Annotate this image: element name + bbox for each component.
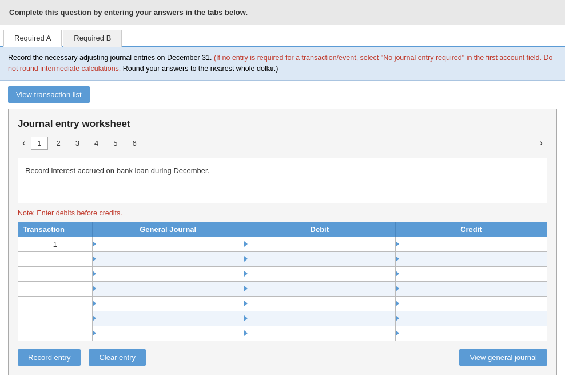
table-row bbox=[18, 251, 547, 266]
instruction-part4: Round your answers to the nearest whole … bbox=[123, 65, 278, 73]
journal-input-2[interactable] bbox=[93, 252, 244, 266]
journal-cell-1[interactable] bbox=[92, 237, 244, 251]
debit-cell-2[interactable] bbox=[244, 251, 395, 266]
credit-input-4[interactable] bbox=[396, 282, 547, 296]
journal-cell-7[interactable] bbox=[92, 326, 244, 341]
clear-entry-button[interactable]: Clear entry bbox=[89, 349, 146, 366]
next-page-arrow[interactable]: › bbox=[535, 137, 547, 149]
journal-table: Transaction General Journal Debit Credit… bbox=[18, 222, 547, 341]
table-row bbox=[18, 296, 547, 311]
journal-cell-5[interactable] bbox=[92, 296, 244, 311]
transaction-num-3 bbox=[18, 266, 93, 281]
debit-cell-7[interactable] bbox=[244, 326, 395, 341]
description-box: Record interest accrued on bank loan dur… bbox=[18, 158, 547, 203]
tab-required-a[interactable]: Required A bbox=[3, 30, 62, 47]
table-row bbox=[18, 281, 547, 296]
credit-input-1[interactable] bbox=[396, 237, 547, 251]
credit-input-5[interactable] bbox=[396, 297, 547, 311]
table-row bbox=[18, 311, 547, 326]
instruction-bar: Record the necessary adjusting journal e… bbox=[0, 47, 565, 81]
tabs-container: Required A Required B bbox=[0, 25, 565, 47]
table-row bbox=[18, 326, 547, 341]
buttons-row: Record entry Clear entry View general jo… bbox=[18, 349, 547, 366]
record-entry-button[interactable]: Record entry bbox=[18, 349, 81, 366]
debit-input-2[interactable] bbox=[244, 252, 395, 266]
journal-input-3[interactable] bbox=[93, 267, 244, 281]
description-text: Record interest accrued on bank loan dur… bbox=[25, 166, 209, 175]
transaction-num-1: 1 bbox=[18, 237, 93, 251]
journal-input-1[interactable] bbox=[93, 237, 244, 251]
page-5[interactable]: 5 bbox=[107, 137, 124, 150]
view-general-journal-button[interactable]: View general journal bbox=[459, 349, 547, 366]
debit-input-5[interactable] bbox=[244, 297, 395, 311]
page-2[interactable]: 2 bbox=[50, 137, 67, 150]
view-transaction-button[interactable]: View transaction list bbox=[8, 86, 90, 103]
credit-cell-7[interactable] bbox=[395, 326, 547, 341]
prev-page-arrow[interactable]: ‹ bbox=[18, 137, 30, 149]
banner-text: Complete this question by entering your … bbox=[9, 8, 248, 17]
credit-input-7[interactable] bbox=[396, 326, 547, 341]
journal-cell-3[interactable] bbox=[92, 266, 244, 281]
journal-input-6[interactable] bbox=[93, 311, 244, 326]
debit-input-6[interactable] bbox=[244, 311, 395, 326]
transaction-num-6 bbox=[18, 311, 93, 326]
page-4[interactable]: 4 bbox=[88, 137, 105, 150]
credit-cell-5[interactable] bbox=[395, 296, 547, 311]
journal-input-7[interactable] bbox=[93, 326, 244, 341]
page-6[interactable]: 6 bbox=[126, 137, 143, 150]
instruction-part1: Record the necessary adjusting journal e… bbox=[8, 54, 212, 62]
credit-input-3[interactable] bbox=[396, 267, 547, 281]
transaction-num-2 bbox=[18, 251, 93, 266]
journal-cell-2[interactable] bbox=[92, 251, 244, 266]
credit-cell-6[interactable] bbox=[395, 311, 547, 326]
debit-cell-3[interactable] bbox=[244, 266, 395, 281]
debit-cell-6[interactable] bbox=[244, 311, 395, 326]
col-credit: Credit bbox=[395, 222, 547, 237]
credit-cell-2[interactable] bbox=[395, 251, 547, 266]
top-banner: Complete this question by entering your … bbox=[0, 0, 565, 25]
debit-input-3[interactable] bbox=[244, 267, 395, 281]
col-general-journal: General Journal bbox=[92, 222, 244, 237]
debit-input-7[interactable] bbox=[244, 326, 395, 341]
journal-cell-6[interactable] bbox=[92, 311, 244, 326]
page-3[interactable]: 3 bbox=[69, 137, 86, 150]
debit-cell-1[interactable] bbox=[244, 237, 395, 251]
credit-input-2[interactable] bbox=[396, 252, 547, 266]
credit-cell-4[interactable] bbox=[395, 281, 547, 296]
page-1[interactable]: 1 bbox=[31, 137, 47, 150]
worksheet-title: Journal entry worksheet bbox=[18, 118, 547, 130]
tab-required-b[interactable]: Required B bbox=[63, 30, 122, 47]
table-row bbox=[18, 266, 547, 281]
note-text: Note: Enter debits before credits. bbox=[18, 209, 547, 217]
credit-cell-1[interactable] bbox=[395, 237, 547, 251]
debit-cell-4[interactable] bbox=[244, 281, 395, 296]
debit-input-4[interactable] bbox=[244, 282, 395, 296]
transaction-num-4 bbox=[18, 281, 93, 296]
debit-input-1[interactable] bbox=[244, 237, 395, 251]
pagination-row: ‹ 1 2 3 4 5 6 › bbox=[18, 137, 547, 150]
transaction-num-5 bbox=[18, 296, 93, 311]
credit-cell-3[interactable] bbox=[395, 266, 547, 281]
worksheet-container: Journal entry worksheet ‹ 1 2 3 4 5 6 › … bbox=[8, 109, 557, 375]
table-row: 1 bbox=[18, 237, 547, 251]
journal-input-4[interactable] bbox=[93, 282, 244, 296]
instruction-part2: (If no entry is required for a transacti… bbox=[214, 54, 542, 62]
col-transaction: Transaction bbox=[18, 222, 93, 237]
credit-input-6[interactable] bbox=[396, 311, 547, 326]
debit-cell-5[interactable] bbox=[244, 296, 395, 311]
col-debit: Debit bbox=[244, 222, 395, 237]
transaction-num-7 bbox=[18, 326, 93, 341]
journal-input-5[interactable] bbox=[93, 297, 244, 311]
journal-cell-4[interactable] bbox=[92, 281, 244, 296]
